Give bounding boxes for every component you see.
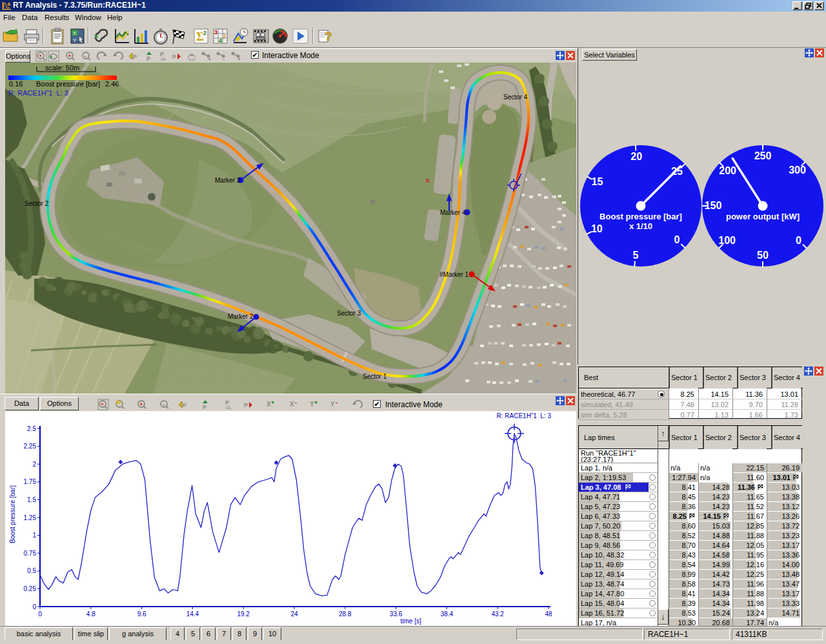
svg-text:19.2: 19.2 [237,610,250,618]
svg-text:Y: Y [310,401,314,408]
svg-text:P: P [225,399,229,406]
svg-text:+: + [68,53,72,59]
svg-text:-: - [163,401,165,407]
svg-text:A: A [7,1,11,7]
svg-text:Σ: Σ [196,30,204,43]
svg-text:P: P [203,404,206,410]
svg-text:+: + [101,402,104,407]
svg-text:+: + [39,54,42,58]
svg-text:250: 250 [754,150,772,161]
svg-text:20: 20 [630,151,642,162]
svg-text:R: RACE1H”1 L: 3: R: RACE1H”1 L: 3 [497,412,552,419]
svg-text:Boost pressure [bar]: Boost pressure [bar] [599,212,682,221]
svg-text:X: X [267,401,271,408]
svg-text:10: 10 [591,223,603,234]
svg-text:x 1/10: x 1/10 [629,221,652,231]
svg-text:-: - [223,56,225,62]
svg-text:0.16: 0.16 [9,80,23,88]
svg-text:0: 0 [796,235,801,246]
svg-text:2: 2 [203,30,206,36]
svg-text:1.25: 1.25 [24,514,37,521]
svg-text:Marker 2: Marker 2 [228,313,254,320]
svg-text:100: 100 [718,235,736,246]
svg-text:Boost pressure [bar]: Boost pressure [bar] [9,485,16,543]
svg-text:#Marker 1: #Marker 1 [439,271,468,278]
svg-text:+: + [237,56,241,62]
svg-text:15: 15 [592,176,603,187]
svg-text:-: - [85,53,86,59]
svg-text:Sector 2: Sector 2 [25,200,49,207]
svg-text:38.4: 38.4 [441,610,454,618]
svg-text:2.5: 2.5 [27,425,36,432]
svg-text:Sector 4: Sector 4 [503,94,528,101]
svg-text:4.8: 4.8 [86,610,96,618]
svg-text:P: P [146,55,150,62]
svg-text:0.75: 0.75 [24,550,37,557]
svg-text:28.8: 28.8 [339,610,352,618]
svg-text:150: 150 [705,200,722,211]
svg-text:3: 3 [214,29,217,35]
svg-text:?: ? [325,30,332,43]
svg-text:5: 5 [633,250,639,261]
svg-text:R: RACE1H”1 L: 3: R: RACE1H”1 L: 3 [8,89,68,97]
svg-text:Y: Y [73,37,77,43]
svg-text:4: 4 [219,37,222,44]
svg-text:power output [kW]: power output [kW] [726,212,800,221]
svg-text:9.6: 9.6 [137,610,146,618]
svg-text:2: 2 [32,461,36,468]
svg-text:-: - [295,399,297,406]
svg-text:0.5: 0.5 [27,567,36,574]
svg-text:0: 0 [38,610,42,618]
svg-text:1: 1 [32,532,36,539]
svg-text:50: 50 [757,250,769,261]
svg-text:time [s]: time [s] [400,618,421,625]
svg-text:P: P [133,54,137,60]
svg-text:0: 0 [674,234,680,245]
svg-text:+: + [271,399,274,406]
svg-text:43.2: 43.2 [491,610,504,618]
svg-text:1.75: 1.75 [24,478,37,485]
svg-text:+: + [140,401,143,407]
svg-text:48: 48 [545,610,552,618]
svg-text:Marker 4: Marker 4 [440,209,466,216]
svg-text:P: P [160,51,164,57]
svg-text:Boost pressure [bar]: Boost pressure [bar] [36,80,100,88]
svg-text:7: 7 [223,34,226,40]
svg-text:-: - [336,399,337,406]
svg-text:1.5: 1.5 [27,496,36,503]
svg-text:2.25: 2.25 [24,443,37,450]
svg-text:2.46: 2.46 [105,80,119,88]
svg-text:X: X [73,30,77,36]
svg-text:scale: 50m: scale: 50m [45,64,79,72]
svg-text:Sector 3: Sector 3 [337,310,361,317]
svg-text:Sector 1: Sector 1 [363,373,387,380]
svg-text:P: P [244,402,248,408]
svg-text:14.4: 14.4 [186,610,199,618]
svg-text:P: P [172,54,176,60]
svg-text:33.6: 33.6 [390,610,403,618]
svg-text:+: + [208,56,211,62]
svg-text:P: P [183,402,186,408]
svg-text:+: + [314,399,317,406]
svg-text:0.25: 0.25 [24,585,37,592]
svg-text:Y: Y [330,401,335,408]
svg-text:300: 300 [789,165,806,176]
svg-text:200: 200 [719,165,736,176]
svg-text:Marker 3: Marker 3 [215,177,241,184]
svg-text:X: X [290,401,294,408]
svg-text:0: 0 [32,603,36,610]
svg-text:24: 24 [290,610,298,618]
